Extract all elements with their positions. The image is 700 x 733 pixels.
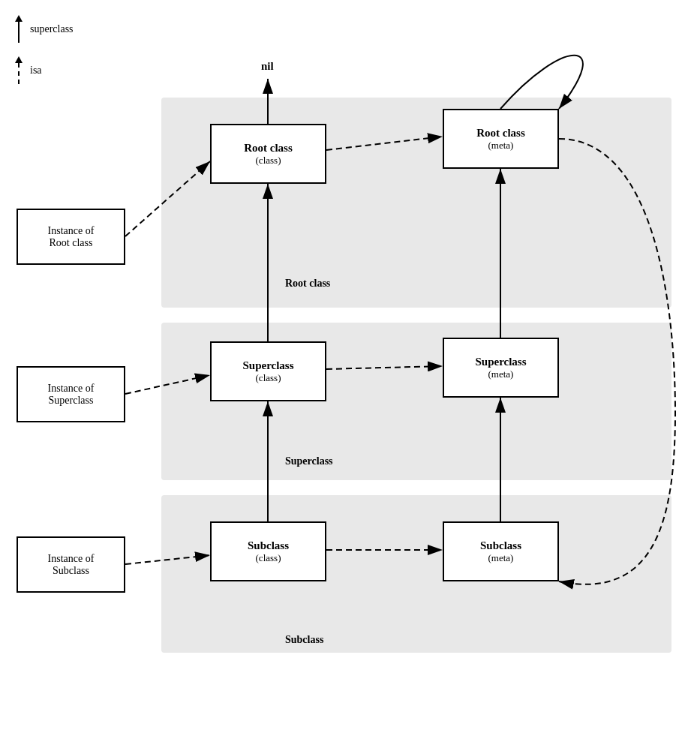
superclass-class-type: (class) <box>256 372 281 384</box>
instance-superclass-line2: Superclass <box>49 395 94 407</box>
root-class-name: Root class <box>244 142 293 155</box>
superclass-line-icon <box>18 22 20 43</box>
superclass-class-box: Superclass (class) <box>210 341 326 401</box>
subclass-class-box: Subclass (class) <box>210 521 326 581</box>
superclass-meta-type: (meta) <box>488 368 514 380</box>
superclass-meta-box: Superclass (meta) <box>443 338 559 398</box>
root-meta-name: Root class <box>476 127 525 140</box>
superclass-meta-name: Superclass <box>475 356 526 368</box>
subclass-class-name: Subclass <box>248 539 289 552</box>
legend-superclass: superclass <box>15 15 74 43</box>
legend-superclass-label: superclass <box>30 23 74 35</box>
instance-root-line1: Instance of <box>48 225 95 237</box>
isa-arrowhead-icon <box>15 56 23 63</box>
instance-subclass-line2: Subclass <box>53 565 89 577</box>
subclass-zone-label: Subclass <box>285 634 323 646</box>
subclass-meta-box: Subclass (meta) <box>443 521 559 581</box>
subclass-meta-name: Subclass <box>480 539 521 552</box>
instance-root-box: Instance of Root class <box>17 209 125 265</box>
root-class-type: (class) <box>256 155 281 167</box>
subclass-meta-type: (meta) <box>488 552 514 564</box>
legend-isa-label: isa <box>30 65 42 77</box>
instance-superclass-box: Instance of Superclass <box>17 366 125 422</box>
superclass-zone-label: Superclass <box>285 455 333 467</box>
instance-subclass-line1: Instance of <box>48 553 95 565</box>
superclass-arrowhead-icon <box>15 15 23 22</box>
root-class-box: Root class (class) <box>210 124 326 184</box>
superclass-class-name: Superclass <box>242 359 293 372</box>
root-meta-box: Root class (meta) <box>443 109 559 169</box>
root-meta-type: (meta) <box>488 140 514 152</box>
instance-subclass-box: Instance of Subclass <box>17 536 125 593</box>
legend: superclass isa <box>15 15 74 84</box>
diagram-container: superclass isa nil Root class Superclass… <box>0 0 700 733</box>
instance-root-line2: Root class <box>50 237 93 249</box>
isa-line-icon <box>18 63 20 84</box>
root-zone-label: Root class <box>285 278 330 290</box>
instance-superclass-line1: Instance of <box>48 383 95 395</box>
nil-label: nil <box>261 60 274 73</box>
subclass-class-type: (class) <box>256 552 281 564</box>
legend-isa: isa <box>15 56 74 84</box>
